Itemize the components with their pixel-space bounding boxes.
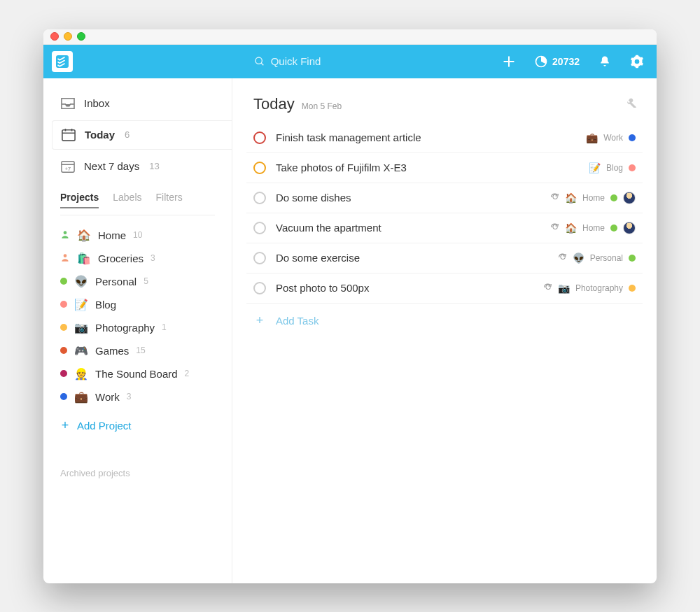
- task-checkbox[interactable]: [253, 222, 266, 234]
- project-color-dot: [60, 278, 67, 285]
- add-project-label: Add Project: [77, 420, 132, 432]
- search-icon: [254, 56, 265, 67]
- header-actions: 20732: [502, 55, 648, 69]
- plus-icon: [502, 55, 516, 69]
- project-count: 2: [185, 369, 190, 378]
- svg-rect-4: [62, 129, 75, 140]
- search-area[interactable]: Quick Find: [73, 55, 502, 67]
- project-name: Blog: [95, 299, 116, 311]
- task-project-emoji: 📷: [558, 283, 570, 294]
- add-task-button[interactable]: + Add Task: [246, 304, 643, 338]
- task-checkbox[interactable]: [253, 131, 266, 144]
- project-color-dot: [60, 301, 67, 308]
- sidebar-item-today[interactable]: Today 6: [52, 120, 232, 150]
- sidebar-item-next7days[interactable]: +7 Next 7 days 13: [43, 152, 232, 180]
- notifications-button[interactable]: [598, 55, 612, 69]
- nav-count: 6: [125, 129, 130, 140]
- task-project-dot: [610, 225, 617, 232]
- tab-projects[interactable]: Projects: [60, 192, 99, 208]
- task-project-dot: [629, 255, 636, 262]
- add-project-button[interactable]: + Add Project: [43, 411, 232, 440]
- app-window: Quick Find 20732: [43, 29, 657, 583]
- assignee-avatar: [623, 192, 636, 204]
- nav-label: Inbox: [84, 97, 110, 109]
- project-item[interactable]: 📝Blog: [43, 293, 232, 316]
- shared-icon: [60, 229, 70, 241]
- project-name: Photography: [95, 322, 155, 334]
- task-title: Vacuum the apartment: [276, 222, 540, 234]
- shared-icon: [60, 252, 70, 264]
- task-meta: 📷Photography: [543, 283, 636, 294]
- task-row[interactable]: Vacuum the apartment🏠Home: [246, 213, 643, 243]
- gear-icon: [630, 55, 644, 69]
- window-minimize-button[interactable]: [64, 32, 72, 41]
- sidebar-item-inbox[interactable]: Inbox: [43, 90, 232, 118]
- project-color-dot: [60, 393, 67, 400]
- project-name: Home: [98, 229, 126, 241]
- project-item[interactable]: 👽Personal5: [43, 270, 232, 293]
- project-item[interactable]: 🛍️Groceries3: [43, 247, 232, 270]
- settings-button[interactable]: [630, 55, 644, 69]
- tools-icon: [626, 95, 638, 108]
- todoist-logo-icon: [56, 55, 69, 68]
- calendar-week-icon: +7: [60, 159, 76, 173]
- task-project-name: Home: [582, 193, 605, 203]
- project-item[interactable]: 💼Work3: [43, 385, 232, 408]
- project-color-dot: [60, 347, 67, 354]
- archived-projects-link[interactable]: Archived projects: [43, 440, 232, 478]
- page-title: Today: [253, 95, 295, 113]
- main-header: Today Mon 5 Feb: [246, 95, 643, 123]
- task-meta: 📝Blog: [589, 162, 636, 173]
- view-options-button[interactable]: [626, 95, 638, 111]
- karma-button[interactable]: 20732: [534, 55, 580, 69]
- sidebar: Inbox Today 6 +7 Next 7 days 13 Projects…: [43, 78, 232, 583]
- task-project-emoji: 📝: [589, 162, 601, 173]
- task-row[interactable]: Take photos of Fujifilm X-E3📝Blog: [246, 153, 643, 183]
- svg-point-1: [255, 57, 262, 64]
- task-project-name: Blog: [606, 163, 623, 173]
- window-titlebar: [43, 29, 657, 45]
- project-name: Personal: [95, 276, 136, 287]
- project-count: 5: [144, 276, 148, 286]
- task-meta: 👽Personal: [558, 252, 636, 264]
- project-color-dot: [60, 370, 67, 377]
- task-row[interactable]: Finish task management article💼Work: [246, 123, 643, 153]
- project-item[interactable]: 👷The Sound Board2: [43, 362, 232, 385]
- window-close-button[interactable]: [50, 32, 59, 41]
- task-row[interactable]: Do some dishes🏠Home: [246, 183, 643, 213]
- project-item[interactable]: 🎮Games15: [43, 339, 232, 362]
- sidebar-tabs: Projects Labels Filters: [43, 180, 232, 215]
- project-item[interactable]: 📷Photography1: [43, 316, 232, 339]
- plus-icon: +: [253, 313, 266, 328]
- project-item[interactable]: 🏠Home10: [43, 224, 232, 247]
- task-project-dot: [629, 164, 636, 171]
- task-checkbox[interactable]: [253, 282, 266, 294]
- task-checkbox[interactable]: [253, 252, 266, 264]
- inbox-icon: [60, 97, 76, 111]
- task-row[interactable]: Do some exercise👽Personal: [246, 243, 643, 273]
- project-color-dot: [60, 324, 67, 331]
- svg-point-7: [64, 231, 67, 234]
- task-checkbox[interactable]: [253, 162, 266, 174]
- tab-labels[interactable]: Labels: [113, 192, 141, 208]
- nav-label: Today: [85, 129, 115, 141]
- task-row[interactable]: Post photo to 500px📷Photography: [246, 273, 643, 304]
- project-count: 3: [150, 253, 155, 263]
- tab-filters[interactable]: Filters: [156, 192, 183, 208]
- svg-text:+7: +7: [65, 165, 71, 171]
- task-project-dot: [610, 194, 617, 201]
- app-logo[interactable]: [52, 51, 73, 72]
- bell-icon: [598, 55, 612, 69]
- project-name: Work: [95, 391, 120, 403]
- task-checkbox[interactable]: [253, 192, 266, 204]
- quick-add-button[interactable]: [502, 55, 516, 69]
- task-title: Do some dishes: [276, 192, 540, 204]
- project-count: 3: [127, 392, 132, 401]
- project-emoji: 👷: [74, 367, 88, 380]
- recurring-icon: [558, 252, 567, 264]
- plus-icon: +: [60, 418, 70, 433]
- recurring-icon: [550, 192, 559, 204]
- page-date: Mon 5 Feb: [302, 101, 342, 111]
- window-zoom-button[interactable]: [77, 32, 85, 41]
- karma-icon: [534, 55, 548, 69]
